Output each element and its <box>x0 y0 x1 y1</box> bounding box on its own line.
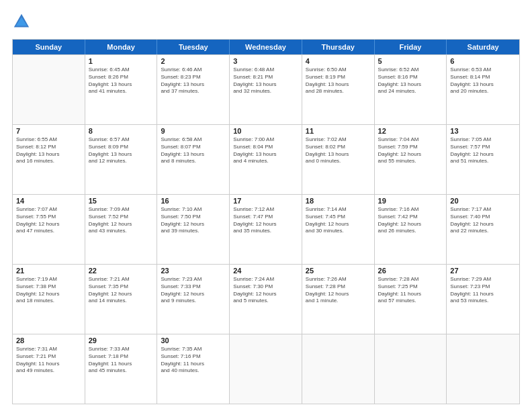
calendar-cell: 2Sunrise: 6:46 AMSunset: 8:23 PMDaylight… <box>157 55 230 124</box>
calendar-cell <box>375 334 447 404</box>
day-number: 27 <box>450 267 516 275</box>
cell-info-line: and 32 minutes. <box>233 88 298 95</box>
calendar-cell: 17Sunrise: 7:12 AMSunset: 7:47 PMDayligh… <box>230 195 302 264</box>
cell-info-line: Daylight: 11 hours <box>161 361 226 368</box>
cell-info-line: and 28 minutes. <box>306 88 371 95</box>
weekday-header-monday: Monday <box>85 40 158 54</box>
day-number: 3 <box>233 57 298 65</box>
weekday-header-friday: Friday <box>375 40 447 54</box>
cell-info-line: Sunset: 7:40 PM <box>450 214 516 221</box>
cell-info-line: and 20 minutes. <box>450 88 516 95</box>
cell-info-line: Sunrise: 6:55 AM <box>16 136 81 144</box>
cell-info-line: Sunset: 7:23 PM <box>450 283 516 291</box>
cell-info-line: Sunrise: 6:52 AM <box>378 66 443 74</box>
calendar-cell <box>13 55 85 124</box>
cell-info-line: Daylight: 12 hours <box>450 221 516 228</box>
cell-info-line: and 0 minutes. <box>306 158 371 165</box>
cell-info-line: Sunset: 7:55 PM <box>16 214 81 221</box>
day-number: 14 <box>16 197 81 205</box>
cell-info-line: Sunrise: 7:17 AM <box>450 206 516 214</box>
cell-info-line: Daylight: 12 hours <box>89 221 154 228</box>
cell-info-line: Sunset: 7:16 PM <box>161 353 226 361</box>
day-number: 11 <box>306 127 371 135</box>
cell-info-line: Sunset: 7:42 PM <box>378 214 443 221</box>
calendar-cell: 8Sunrise: 6:57 AMSunset: 8:09 PMDaylight… <box>85 125 158 194</box>
cell-info-line: Sunset: 7:21 PM <box>16 353 81 361</box>
calendar-cell: 12Sunrise: 7:04 AMSunset: 7:59 PMDayligh… <box>375 125 447 194</box>
cell-info-line: and 35 minutes. <box>233 228 298 235</box>
cell-info-line: and 14 minutes. <box>89 298 154 305</box>
cell-info-line: Sunset: 7:52 PM <box>89 214 154 221</box>
cell-info-line: and 30 minutes. <box>306 228 371 235</box>
cell-info-line: Sunset: 7:47 PM <box>233 214 298 221</box>
cell-info-line: Sunset: 7:45 PM <box>306 214 371 221</box>
cell-info-line: Sunset: 8:26 PM <box>89 74 154 81</box>
day-number: 5 <box>378 57 443 65</box>
cell-info-line: Sunset: 8:07 PM <box>161 144 226 151</box>
calendar-row-4: 21Sunrise: 7:19 AMSunset: 7:38 PMDayligh… <box>13 264 519 334</box>
cell-info-line: Daylight: 13 hours <box>89 151 154 158</box>
cell-info-line: and 5 minutes. <box>233 298 298 305</box>
cell-info-line: and 47 minutes. <box>16 228 81 235</box>
cell-info-line: and 37 minutes. <box>161 88 226 95</box>
cell-info-line: Daylight: 12 hours <box>306 291 371 298</box>
cell-info-line: Daylight: 13 hours <box>233 151 298 158</box>
calendar-cell: 16Sunrise: 7:10 AMSunset: 7:50 PMDayligh… <box>157 195 230 264</box>
weekday-header-wednesday: Wednesday <box>230 40 302 54</box>
cell-info-line: and 26 minutes. <box>378 228 443 235</box>
cell-info-line: and 43 minutes. <box>89 228 154 235</box>
cell-info-line: Daylight: 12 hours <box>89 291 154 298</box>
day-number: 9 <box>161 127 226 135</box>
cell-info-line: and 8 minutes. <box>161 158 226 165</box>
cell-info-line: and 55 minutes. <box>378 158 443 165</box>
cell-info-line: Sunset: 7:50 PM <box>161 214 226 221</box>
day-number: 21 <box>16 267 81 275</box>
calendar-cell: 14Sunrise: 7:07 AMSunset: 7:55 PMDayligh… <box>13 195 85 264</box>
cell-info-line: Sunset: 7:33 PM <box>161 283 226 291</box>
calendar-cell: 15Sunrise: 7:09 AMSunset: 7:52 PMDayligh… <box>85 195 158 264</box>
cell-info-line: Sunset: 7:30 PM <box>233 283 298 291</box>
calendar-cell: 30Sunrise: 7:35 AMSunset: 7:16 PMDayligh… <box>157 334 230 404</box>
cell-info-line: Sunrise: 7:26 AM <box>306 276 371 283</box>
cell-info-line: Sunrise: 7:02 AM <box>306 136 371 144</box>
cell-info-line: Daylight: 12 hours <box>233 291 298 298</box>
day-number: 19 <box>378 197 443 205</box>
header <box>12 12 520 31</box>
cell-info-line: Daylight: 11 hours <box>16 361 81 368</box>
cell-info-line: Daylight: 12 hours <box>16 221 81 228</box>
calendar-cell: 4Sunrise: 6:50 AMSunset: 8:19 PMDaylight… <box>302 55 375 124</box>
calendar-cell: 10Sunrise: 7:00 AMSunset: 8:04 PMDayligh… <box>230 125 302 194</box>
cell-info-line: and 1 minute. <box>306 298 371 305</box>
day-number: 8 <box>89 127 154 135</box>
cell-info-line: Sunset: 8:02 PM <box>306 144 371 151</box>
cell-info-line: Sunset: 8:04 PM <box>233 144 298 151</box>
weekday-header-tuesday: Tuesday <box>157 40 230 54</box>
day-number: 18 <box>306 197 371 205</box>
cell-info-line: and 41 minutes. <box>89 88 154 95</box>
calendar-cell: 21Sunrise: 7:19 AMSunset: 7:38 PMDayligh… <box>13 265 85 334</box>
cell-info-line: Daylight: 13 hours <box>161 81 226 89</box>
cell-info-line: and 16 minutes. <box>16 158 81 165</box>
cell-info-line: and 4 minutes. <box>233 158 298 165</box>
cell-info-line: Daylight: 12 hours <box>16 291 81 298</box>
day-number: 20 <box>450 197 516 205</box>
cell-info-line: Sunrise: 7:14 AM <box>306 206 371 214</box>
cell-info-line: Daylight: 13 hours <box>16 151 81 158</box>
calendar-header: SundayMondayTuesdayWednesdayThursdayFrid… <box>13 40 519 54</box>
cell-info-line: Daylight: 13 hours <box>378 81 443 89</box>
calendar-cell <box>230 334 302 404</box>
calendar-cell <box>447 334 519 404</box>
calendar-cell: 26Sunrise: 7:28 AMSunset: 7:25 PMDayligh… <box>375 265 447 334</box>
calendar-row-1: 1Sunrise: 6:45 AMSunset: 8:26 PMDaylight… <box>13 54 519 124</box>
cell-info-line: and 53 minutes. <box>450 298 516 305</box>
logo <box>12 12 34 31</box>
weekday-header-sunday: Sunday <box>13 40 85 54</box>
logo-icon <box>12 12 31 31</box>
calendar-cell: 28Sunrise: 7:31 AMSunset: 7:21 PMDayligh… <box>13 334 85 404</box>
day-number: 7 <box>16 127 81 135</box>
calendar-cell: 27Sunrise: 7:29 AMSunset: 7:23 PMDayligh… <box>447 265 519 334</box>
day-number: 2 <box>161 57 226 65</box>
calendar-cell <box>302 334 375 404</box>
cell-info-line: Sunrise: 7:21 AM <box>89 276 154 283</box>
cell-info-line: Daylight: 12 hours <box>378 151 443 158</box>
